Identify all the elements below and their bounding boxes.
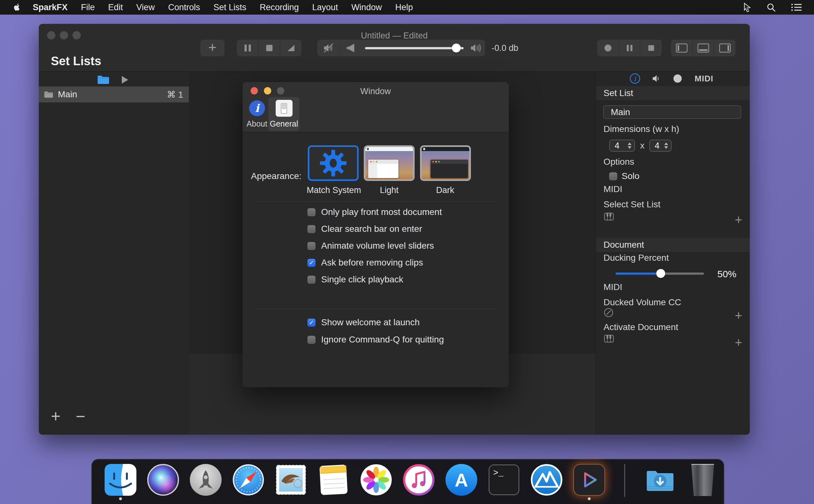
- appearance-option-match-system[interactable]: [308, 145, 359, 181]
- dialog-close-button[interactable]: [251, 87, 258, 94]
- master-volume-slider-thumb[interactable]: [452, 44, 461, 52]
- dock-icon-mail[interactable]: [275, 464, 307, 496]
- master-volume-slider-track[interactable]: [365, 47, 464, 49]
- menu-set-lists[interactable]: Set Lists: [213, 3, 246, 12]
- info-tab-icon[interactable]: i: [629, 72, 641, 85]
- set-list-name-field[interactable]: Main: [603, 105, 741, 119]
- new-set-list-folder-button[interactable]: [96, 74, 110, 86]
- dock-icon-notes[interactable]: [318, 464, 349, 496]
- ducking-slider-thumb[interactable]: [656, 269, 665, 278]
- menu-recording[interactable]: Recording: [260, 3, 299, 12]
- running-indicator: [119, 497, 122, 500]
- stop-button[interactable]: [258, 40, 280, 56]
- mute-button[interactable]: [317, 40, 340, 56]
- menu-window[interactable]: Window: [351, 3, 382, 12]
- menu-view[interactable]: View: [136, 3, 155, 12]
- recording-controls: [597, 40, 662, 56]
- dialog-minimize-button[interactable]: [264, 87, 271, 94]
- option-single-click-playback[interactable]: ✓ Single click playback: [307, 274, 403, 285]
- set-list-row-main[interactable]: Main ⌘ 1: [39, 86, 189, 102]
- midi-keyboard-icon: [604, 211, 614, 223]
- dock-icon-siri[interactable]: [147, 464, 179, 496]
- layout-controls: [671, 40, 735, 56]
- solo-option[interactable]: ✓ Solo: [609, 171, 639, 181]
- dialog-zoom-button[interactable]: [277, 87, 284, 94]
- appearance-label: Appearance:: [244, 171, 301, 181]
- tab-about[interactable]: i About: [246, 97, 268, 131]
- dock-icon-peak-app[interactable]: [531, 464, 562, 496]
- fade-button[interactable]: [280, 40, 301, 56]
- stepper-chevrons[interactable]: [664, 142, 668, 149]
- checkbox[interactable]: ✓: [307, 259, 315, 267]
- dock-icon-terminal[interactable]: >_: [488, 464, 520, 496]
- dock-icon-photos[interactable]: [360, 464, 392, 496]
- layout-left-panel-button[interactable]: [671, 40, 692, 56]
- dock-icon-safari[interactable]: [232, 464, 264, 496]
- checkbox-label: Show welcome at launch: [321, 317, 420, 328]
- midi-tab-icon[interactable]: MIDI: [691, 72, 717, 85]
- menu-layout[interactable]: Layout: [312, 3, 338, 12]
- option-animate-volume-sliders[interactable]: ✓ Animate volume level sliders: [307, 240, 434, 251]
- menu-edit[interactable]: Edit: [108, 3, 123, 12]
- midi-keyboard-icon: [604, 334, 614, 345]
- checkbox[interactable]: ✓: [307, 225, 315, 233]
- pause-button[interactable]: [237, 40, 258, 56]
- window-zoom-button[interactable]: [72, 31, 81, 39]
- layout-bottom-panel-button[interactable]: [692, 40, 714, 56]
- record-pause-button[interactable]: [618, 40, 640, 56]
- dock-icon-finder[interactable]: [105, 464, 136, 496]
- match-system-label: Match System: [307, 185, 361, 195]
- stepper-chevrons[interactable]: [628, 142, 631, 149]
- dock-icon-downloads[interactable]: [644, 464, 676, 496]
- gear-icon: [319, 148, 348, 178]
- terminal-glyph: >_: [493, 468, 503, 478]
- menu-app-name[interactable]: SparkFX: [33, 3, 68, 12]
- divider: [254, 201, 497, 202]
- preferences-dialog: Window i About General Appearance:: [243, 82, 509, 387]
- search-icon[interactable]: [766, 3, 776, 12]
- play-set-list-button[interactable]: [119, 74, 131, 86]
- running-indicator: [588, 497, 591, 500]
- layout-right-panel-button[interactable]: [714, 40, 735, 56]
- record-button[interactable]: [597, 40, 618, 56]
- checkbox-label: Ignore Command-Q for quitting: [321, 335, 444, 345]
- record-stop-button[interactable]: [640, 40, 662, 56]
- dock-icon-itunes[interactable]: [403, 464, 435, 496]
- cursor-tool-icon[interactable]: [742, 3, 751, 12]
- play-horn-button[interactable]: [340, 40, 362, 56]
- checkbox[interactable]: ✓: [307, 319, 315, 327]
- apple-menu-icon[interactable]: [12, 3, 19, 12]
- option-only-play-front[interactable]: ✓ Only play front most document: [307, 207, 442, 217]
- option-ask-before-removing[interactable]: ✓ Ask before removing clips: [307, 257, 423, 268]
- checkbox[interactable]: ✓: [307, 276, 315, 284]
- option-ignore-command-q[interactable]: ✓ Ignore Command-Q for quitting: [307, 334, 444, 345]
- solo-checkbox[interactable]: ✓: [609, 172, 617, 180]
- list-menu-icon[interactable]: [791, 3, 802, 12]
- option-clear-search-bar[interactable]: ✓ Clear search bar on enter: [307, 224, 422, 234]
- menu-file[interactable]: File: [81, 3, 95, 12]
- tab-general[interactable]: General: [268, 97, 300, 131]
- dock-icon-trash[interactable]: [687, 464, 719, 496]
- checkbox[interactable]: ✓: [307, 242, 315, 250]
- audio-tab-icon[interactable]: [651, 72, 663, 85]
- menu-controls[interactable]: Controls: [168, 3, 200, 12]
- dock-icon-app-store[interactable]: A: [445, 464, 477, 496]
- height-stepper[interactable]: 4: [649, 140, 672, 152]
- dock-icon-launchpad[interactable]: [190, 464, 222, 496]
- option-show-welcome[interactable]: ✓ Show welcome at launch: [307, 317, 420, 328]
- add-sound-button[interactable]: +: [200, 40, 224, 56]
- record-tab-icon[interactable]: [672, 72, 684, 85]
- tab-general-label: General: [270, 119, 298, 128]
- window-minimize-button[interactable]: [60, 31, 68, 39]
- svg-text:i: i: [634, 75, 637, 83]
- window-close-button[interactable]: [47, 31, 55, 39]
- select-set-list-label: Select Set List: [604, 199, 660, 210]
- appearance-option-dark[interactable]: [420, 145, 471, 181]
- appearance-option-light[interactable]: [364, 145, 415, 181]
- dock-icon-sparkfx[interactable]: [573, 464, 605, 496]
- times-label: x: [640, 141, 645, 151]
- checkbox[interactable]: ✓: [307, 208, 315, 216]
- checkbox[interactable]: ✓: [307, 336, 315, 344]
- menu-help[interactable]: Help: [395, 3, 413, 12]
- width-stepper[interactable]: 4: [609, 140, 635, 152]
